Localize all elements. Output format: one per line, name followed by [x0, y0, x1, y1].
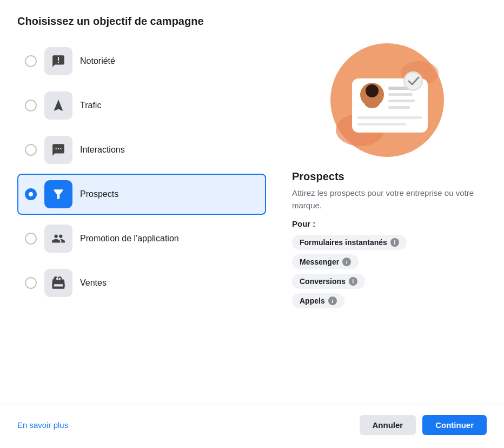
option-icon-ventes [44, 269, 72, 297]
tags-list: Formulaires instantanés i Messenger i Co… [292, 235, 482, 308]
option-notoriete[interactable]: Notoriété [17, 41, 266, 82]
tag-formulaires-label: Formulaires instantanés [300, 238, 387, 247]
dialog-body: Notoriété Trafic [17, 41, 487, 391]
option-icon-promotion [44, 225, 72, 253]
option-label-promotion: Promotion de l'application [80, 234, 179, 243]
info-icon-appels[interactable]: i [328, 297, 337, 305]
cancel-button[interactable]: Annuler [360, 415, 416, 435]
svg-rect-10 [388, 106, 410, 109]
info-title: Prospects [292, 170, 482, 183]
footer-buttons: Annuler Continuer [360, 415, 487, 435]
svg-rect-12 [357, 123, 406, 126]
option-label-interactions: Interactions [80, 145, 125, 155]
svg-point-5 [366, 84, 379, 97]
info-description: Attirez les prospects pour votre entrepr… [292, 187, 482, 212]
radio-prospects[interactable] [25, 188, 37, 200]
option-label-notoriete: Notoriété [80, 56, 115, 66]
radio-trafic[interactable] [25, 100, 37, 111]
option-promotion[interactable]: Promotion de l'application [17, 218, 266, 259]
option-icon-prospects [44, 180, 72, 208]
tag-messenger: Messenger i [292, 254, 359, 269]
illustration [328, 41, 447, 160]
tag-messenger-label: Messenger [300, 258, 339, 266]
option-icon-trafic [44, 91, 72, 120]
info-pour-label: Pour : [292, 219, 482, 228]
option-interactions[interactable]: Interactions [17, 129, 266, 170]
tag-conversions: Conversions i [292, 274, 365, 289]
footer: En savoir plus Annuler Continuer [0, 404, 504, 448]
info-icon-formulaires[interactable]: i [390, 238, 399, 247]
radio-interactions[interactable] [25, 144, 37, 156]
option-label-prospects: Prospects [80, 189, 118, 199]
tag-appels: Appels i [292, 293, 344, 308]
radio-notoriete[interactable] [25, 55, 37, 67]
svg-point-6 [364, 97, 380, 108]
radio-promotion[interactable] [25, 233, 37, 245]
option-label-ventes: Ventes [80, 278, 107, 288]
info-icon-conversions[interactable]: i [349, 277, 357, 286]
info-icon-messenger[interactable]: i [342, 258, 351, 266]
radio-ventes[interactable] [25, 277, 37, 289]
right-panel: Prospects Attirez les prospects pour vot… [288, 41, 487, 391]
svg-rect-11 [357, 116, 422, 119]
dialog-title: Choisissez un objectif de campagne [17, 15, 487, 28]
svg-rect-9 [388, 100, 415, 102]
tag-appels-label: Appels [300, 297, 325, 305]
learn-more-link[interactable]: En savoir plus [17, 420, 68, 430]
continue-button[interactable]: Continuer [422, 415, 487, 435]
tag-conversions-label: Conversions [300, 277, 346, 286]
info-section: Prospects Attirez les prospects pour vot… [288, 170, 487, 308]
tag-formulaires: Formulaires instantanés i [292, 235, 407, 250]
svg-point-14 [405, 73, 421, 89]
option-icon-interactions [44, 136, 72, 164]
option-prospects[interactable]: Prospects [17, 174, 266, 215]
option-label-trafic: Trafic [80, 101, 101, 110]
left-panel: Notoriété Trafic [17, 41, 266, 391]
option-trafic[interactable]: Trafic [17, 85, 266, 126]
svg-rect-8 [388, 93, 413, 96]
dialog-container: Choisissez un objectif de campagne Notor… [0, 0, 504, 391]
option-ventes[interactable]: Ventes [17, 262, 266, 304]
option-icon-notoriete [44, 47, 72, 75]
